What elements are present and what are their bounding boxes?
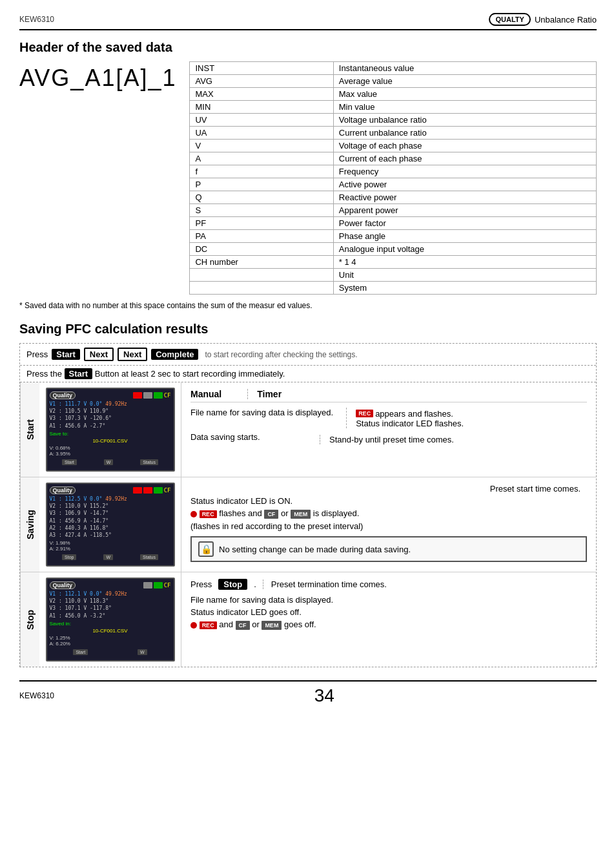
table-row: AVGAverage value	[190, 75, 597, 88]
press-text2: Press the	[26, 369, 65, 379]
led-goes-off-text: Status indicator LED goes off.	[190, 607, 587, 617]
no-setting-text: No setting change can be made during dat…	[219, 545, 411, 554]
press-text3: Button at least 2 sec to start recording…	[95, 369, 285, 379]
row-label-stop: Stop	[20, 572, 39, 667]
table-cell-description: Active power	[333, 178, 596, 191]
flashes-interval-text: (flashes in red according to the preset …	[190, 521, 587, 531]
next1-btn-label[interactable]: Next	[84, 348, 114, 361]
table-cell-description: Max value	[333, 88, 596, 101]
stop-btn-label[interactable]: Stop	[218, 579, 247, 590]
pfc-title: Saving PFC calculation results	[19, 322, 597, 337]
table-row: INSTInstantaneous value	[190, 62, 597, 75]
saved-data-title: Header of the saved data	[19, 40, 597, 55]
screen-stop: Quality CF V1 : 112.1 V 0.0° 49.92Hz V2 …	[46, 578, 175, 662]
table-cell-code: PA	[190, 230, 333, 243]
appears-badge: REC appears and flashes.	[356, 409, 453, 419]
content-col-stop: Press Stop . Preset termination time com…	[181, 572, 596, 667]
table-cell-description: Power factor	[333, 217, 596, 230]
table-cell-description: System	[333, 282, 596, 295]
press-start-row: Press Start Next Next Complete to start …	[20, 344, 596, 366]
table-cell-code: DC	[190, 243, 333, 256]
content-col-start: Manual Timer File name for saving data i…	[181, 382, 596, 477]
cf-badge: CF	[264, 510, 278, 519]
pfc-container: Press Start Next Next Complete to start …	[19, 343, 597, 667]
press-stop-prefix: Press	[190, 579, 212, 589]
stop-content: Press Stop . Preset termination time com…	[190, 579, 587, 630]
table-cell-description: Unit	[333, 269, 596, 282]
complete-btn-label[interactable]: Complete	[151, 349, 198, 360]
quality-badge: QUALTY	[489, 13, 530, 26]
table-row: PActive power	[190, 178, 597, 191]
table-cell-description: Average value	[333, 75, 596, 88]
table-cell-code: UA	[190, 127, 333, 140]
table-row: System	[190, 282, 597, 295]
content-col-saving: Preset start time comes. Status indicato…	[181, 477, 596, 572]
standby-text: Stand-by until preset time comes.	[320, 435, 587, 444]
pfc-rows: Start Quality CF V1 : 111.7 V 0.0° 49.92	[20, 382, 596, 667]
screen-col-stop: Quality CF V1 : 112.1 V 0.0° 49.92Hz V2 …	[39, 572, 181, 667]
table-cell-code	[190, 269, 333, 282]
appears-text: REC appears and flashes. Status indicato…	[346, 408, 587, 428]
red-dot-icon-2	[190, 622, 197, 629]
table-cell-code: PF	[190, 217, 333, 230]
pfc-row-saving: Saving Quality CF V1 : 112.5 V 0.0° 49.9	[20, 477, 596, 572]
table-cell-code: S	[190, 204, 333, 217]
table-cell-description: Voltage of each phase	[333, 140, 596, 152]
page-number: 34	[314, 685, 334, 706]
table-row: PFPower factor	[190, 217, 597, 230]
next2-btn-label[interactable]: Next	[118, 348, 147, 361]
preset-termination-text: Preset termination time comes.	[263, 579, 387, 589]
table-cell-description: Current unbalance ratio	[333, 127, 596, 140]
table-cell-description: Instantaneous value	[333, 62, 596, 75]
manual-header: Manual	[190, 389, 221, 399]
table-row: PAPhase angle	[190, 230, 597, 243]
content-rows-start: File name for saving data is displayed. …	[190, 408, 587, 444]
screen-col-saving: Quality CF V1 : 112.5 V 0.0° 49.92Hz V2 …	[39, 477, 181, 572]
file-name-text: File name for saving data is displayed.	[190, 408, 333, 417]
model-label-top: KEW6310	[19, 15, 54, 24]
table-cell-code: CH number	[190, 256, 333, 269]
table-row: VVoltage of each phase	[190, 140, 597, 152]
table-row: UVVoltage unbalance ratio	[190, 114, 597, 127]
table-cell-description: Reactive power	[333, 191, 596, 204]
footer-model: KEW6310	[19, 691, 54, 700]
table-cell-code: Q	[190, 191, 333, 204]
table-row: MINMin value	[190, 101, 597, 114]
table-cell-code: MIN	[190, 101, 333, 114]
table-row: CH number* 1 4	[190, 256, 597, 269]
mem-badge: MEM	[291, 510, 311, 519]
table-row: SApparent power	[190, 204, 597, 217]
footnote: * Saved data with no number at this spac…	[19, 301, 597, 310]
table-cell-code: AVG	[190, 75, 333, 88]
table-cell-code: INST	[190, 62, 333, 75]
flashes-text: REC flashes and CF or MEM is displayed.	[190, 508, 587, 519]
table-cell-code: V	[190, 140, 333, 152]
table-row: fFrequency	[190, 165, 597, 178]
press-start-desc: to start recording after checking the se…	[205, 350, 357, 359]
avg-label: AVG_A1[A]_1	[19, 61, 176, 295]
top-bar: KEW6310 QUALTY Unbalance Ratio	[19, 13, 597, 30]
table-cell-code: P	[190, 178, 333, 191]
lock-icon: 🔒	[198, 541, 214, 557]
row-label-saving: Saving	[20, 477, 39, 572]
table-cell-description: Current of each phase	[333, 152, 596, 165]
table-cell-code	[190, 282, 333, 295]
footer: KEW6310 34 .	[19, 680, 597, 706]
status-led-on-text: Status indicator LED is ON.	[190, 496, 587, 506]
pfc-row-stop: Stop Quality CF V1 : 112.1 V 0.0° 49.92H…	[20, 572, 596, 667]
screen-col-start: Quality CF V1 : 111.7 V 0.0° 49.92Hz V2 …	[39, 382, 181, 477]
start-btn-label[interactable]: Start	[52, 349, 80, 360]
screen-saving: Quality CF V1 : 112.5 V 0.0° 49.92Hz V2 …	[46, 483, 175, 567]
start-btn-label2: Start	[65, 368, 93, 379]
press-start2-row: Press the Start Button at least 2 sec to…	[20, 366, 596, 382]
table-row: ACurrent of each phase	[190, 152, 597, 165]
table-cell-description: Frequency	[333, 165, 596, 178]
header-title: Unbalance Ratio	[535, 15, 597, 25]
table-cell-description: Min value	[333, 101, 596, 114]
table-cell-code: MAX	[190, 88, 333, 101]
table-row: Unit	[190, 269, 597, 282]
content-row-2: Data saving starts. Stand-by until prese…	[190, 432, 587, 444]
table-cell-description: Voltage unbalance ratio	[333, 114, 596, 127]
no-setting-box: 🔒 No setting change can be made during d…	[190, 536, 587, 562]
header-section: AVG_A1[A]_1 INSTInstantaneous valueAVGAv…	[19, 61, 597, 295]
